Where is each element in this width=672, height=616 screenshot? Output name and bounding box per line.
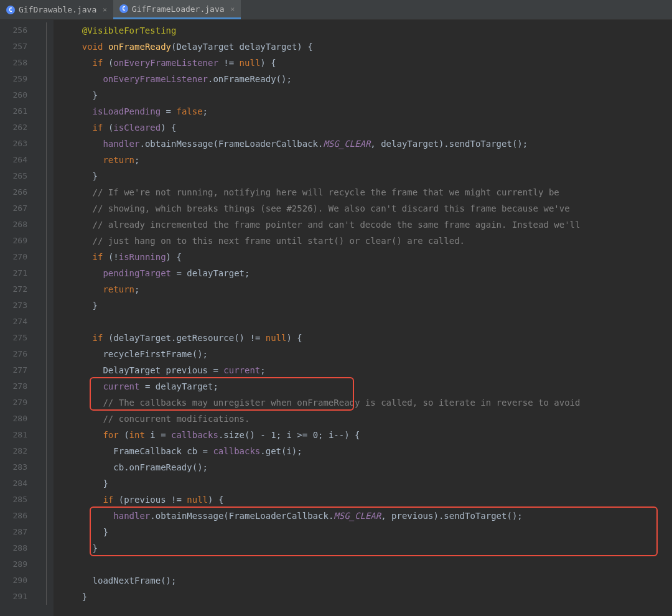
fold-marker[interactable]: [39, 136, 54, 152]
code-line[interactable]: }: [54, 475, 672, 492]
code-line[interactable]: if (onEveryFrameListener != null) {: [54, 55, 672, 71]
fold-marker[interactable]: [39, 217, 54, 233]
fold-marker[interactable]: [39, 378, 54, 394]
fold-gutter: [39, 20, 54, 616]
code-line[interactable]: pendingTarget = delayTarget;: [54, 265, 672, 281]
fold-marker[interactable]: [39, 411, 54, 427]
code-line[interactable]: // concurrent modifications.: [54, 411, 672, 427]
line-number: 269: [0, 233, 39, 249]
line-number: 264: [0, 152, 39, 168]
code-line[interactable]: loadNextFrame();: [54, 572, 672, 589]
fold-marker[interactable]: [39, 524, 54, 540]
line-number: 290: [0, 572, 39, 589]
fold-marker[interactable]: [39, 119, 54, 136]
fold-marker[interactable]: [39, 249, 54, 265]
tab-gifframeloader[interactable]: C GifFrameLoader.java ✕: [113, 0, 241, 19]
code-line[interactable]: if (!isRunning) {: [54, 249, 672, 265]
code-line[interactable]: onEveryFrameListener.onFrameReady();: [54, 71, 672, 87]
code-line[interactable]: // just hang on to this next frame until…: [54, 233, 672, 249]
fold-marker[interactable]: [39, 71, 54, 87]
line-number: 268: [0, 217, 39, 233]
fold-marker[interactable]: [39, 589, 54, 605]
fold-marker[interactable]: [39, 233, 54, 249]
code-line[interactable]: void onFrameReady(DelayTarget delayTarge…: [54, 39, 672, 55]
fold-marker[interactable]: [39, 168, 54, 184]
code-line[interactable]: cb.onFrameReady();: [54, 459, 672, 475]
code-line[interactable]: }: [54, 540, 672, 556]
line-number: 256: [0, 22, 39, 39]
line-number: 273: [0, 297, 39, 314]
code-line[interactable]: if (isCleared) {: [54, 119, 672, 136]
fold-marker[interactable]: [39, 330, 54, 346]
code-editor[interactable]: 2562572582592602612622632642652662672682…: [0, 20, 672, 616]
code-line[interactable]: }: [54, 297, 672, 314]
code-line[interactable]: isLoadPending = false;: [54, 103, 672, 119]
fold-marker[interactable]: [39, 362, 54, 378]
fold-marker[interactable]: [39, 200, 54, 217]
fold-marker[interactable]: [39, 346, 54, 362]
fold-marker[interactable]: [39, 184, 54, 200]
code-line[interactable]: return;: [54, 281, 672, 297]
code-line[interactable]: }: [54, 589, 672, 605]
code-line[interactable]: FrameCallback cb = callbacks.get(i);: [54, 443, 672, 459]
line-number: 266: [0, 184, 39, 200]
code-line[interactable]: // The callbacks may unregister when onF…: [54, 394, 672, 411]
tab-gifdrawable[interactable]: C GifDrawable.java ✕: [0, 0, 113, 19]
fold-marker[interactable]: [39, 492, 54, 508]
code-line[interactable]: [54, 314, 672, 330]
fold-marker[interactable]: [39, 459, 54, 475]
code-line[interactable]: recycleFirstFrame();: [54, 346, 672, 362]
fold-marker[interactable]: [39, 394, 54, 411]
code-line[interactable]: // If we're not running, notifying here …: [54, 184, 672, 200]
code-line[interactable]: if (delayTarget.getResource() != null) {: [54, 330, 672, 346]
code-line[interactable]: // showing, which breaks things (see #25…: [54, 200, 672, 217]
fold-marker[interactable]: [39, 508, 54, 524]
fold-marker[interactable]: [39, 443, 54, 459]
code-line[interactable]: }: [54, 168, 672, 184]
line-number: 289: [0, 556, 39, 572]
fold-marker[interactable]: [39, 152, 54, 168]
line-number: 283: [0, 459, 39, 475]
fold-marker[interactable]: [39, 22, 54, 39]
fold-marker[interactable]: [39, 39, 54, 55]
close-icon[interactable]: ✕: [231, 5, 235, 13]
code-line[interactable]: }: [54, 524, 672, 540]
code-line[interactable]: DelayTarget previous = current;: [54, 362, 672, 378]
line-number: 277: [0, 362, 39, 378]
code-line[interactable]: // already incremented the frame pointer…: [54, 217, 672, 233]
code-line[interactable]: [54, 556, 672, 572]
line-number-gutter: 2562572582592602612622632642652662672682…: [0, 20, 39, 616]
line-number: 275: [0, 330, 39, 346]
code-content[interactable]: @VisibleForTesting void onFrameReady(Del…: [54, 20, 672, 616]
code-line[interactable]: return;: [54, 152, 672, 168]
code-line[interactable]: for (int i = callbacks.size() - 1; i >= …: [54, 427, 672, 443]
fold-marker[interactable]: [39, 556, 54, 572]
editor-tabs: C GifDrawable.java ✕ C GifFrameLoader.ja…: [0, 0, 672, 20]
line-number: 288: [0, 540, 39, 556]
line-number: 265: [0, 168, 39, 184]
line-number: 271: [0, 265, 39, 281]
code-line[interactable]: handler.obtainMessage(FrameLoaderCallbac…: [54, 508, 672, 524]
fold-marker[interactable]: [39, 540, 54, 556]
line-number: 262: [0, 119, 39, 136]
fold-marker[interactable]: [39, 475, 54, 492]
close-icon[interactable]: ✕: [103, 6, 107, 14]
code-line[interactable]: handler.obtainMessage(FrameLoaderCallbac…: [54, 136, 672, 152]
fold-marker[interactable]: [39, 297, 54, 314]
fold-marker[interactable]: [39, 572, 54, 589]
fold-marker[interactable]: [39, 265, 54, 281]
fold-marker[interactable]: [39, 281, 54, 297]
code-line[interactable]: }: [54, 87, 672, 103]
fold-marker[interactable]: [39, 427, 54, 443]
fold-marker[interactable]: [39, 55, 54, 71]
line-number: 281: [0, 427, 39, 443]
fold-marker[interactable]: [39, 314, 54, 330]
code-line[interactable]: @VisibleForTesting: [54, 22, 672, 39]
line-number: 263: [0, 136, 39, 152]
code-line[interactable]: current = delayTarget;: [54, 378, 672, 394]
code-line[interactable]: if (previous != null) {: [54, 492, 672, 508]
line-number: 270: [0, 249, 39, 265]
fold-marker[interactable]: [39, 87, 54, 103]
line-number: 276: [0, 346, 39, 362]
fold-marker[interactable]: [39, 103, 54, 119]
